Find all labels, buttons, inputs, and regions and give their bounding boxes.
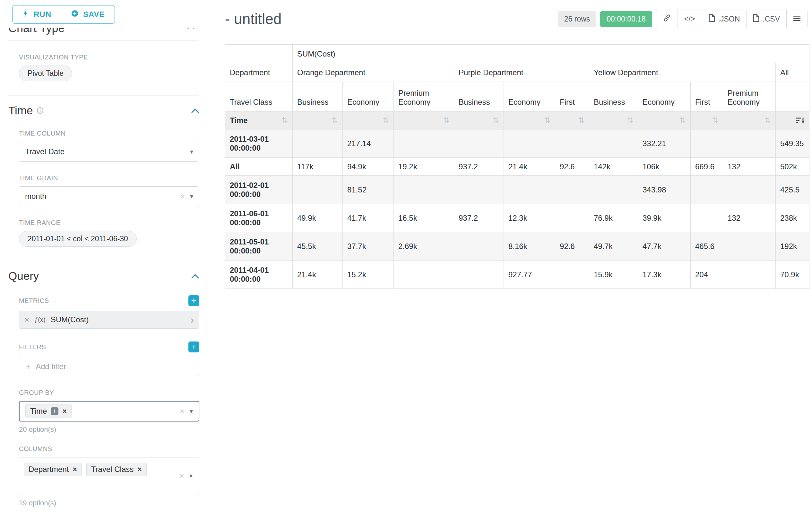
column-sort-header[interactable]: ⇅ [555, 111, 589, 130]
sort-icon[interactable]: ⇅ [680, 117, 686, 124]
column-sort-header[interactable]: ⇅ [504, 111, 555, 130]
column-sort-header[interactable]: ⇅ [394, 111, 454, 130]
add-filter-label: Add filter [36, 362, 66, 371]
sort-icon[interactable]: ⇅ [443, 117, 449, 124]
remove-chip-icon[interactable]: × [137, 466, 142, 473]
time-grain-label: TIME GRAIN [19, 174, 199, 182]
pivot-cell [293, 176, 343, 204]
chevron-down-icon[interactable]: ▾ [190, 408, 193, 414]
columns-select[interactable]: Department × Travel Class × × ▾ [19, 457, 199, 495]
pivot-cell: 2.69k [394, 232, 454, 261]
table-row: DepartmentOrange DepartmentPurple Depart… [225, 63, 809, 82]
pivot-cell: 45.5k [293, 232, 343, 261]
group-by-select[interactable]: Time i × × ▾ [19, 401, 199, 422]
pivot-cell: 21.4k [504, 158, 555, 176]
info-icon: i [51, 407, 58, 415]
remove-chip-icon[interactable]: × [62, 408, 66, 415]
remove-chip-icon[interactable]: × [72, 466, 77, 473]
visualization-type-value[interactable]: Pivot Table [19, 65, 72, 81]
travel-class-cell: First [555, 82, 589, 111]
clear-icon[interactable]: × [180, 192, 185, 200]
sort-icon[interactable]: ⇅ [383, 117, 389, 124]
column-sort-header[interactable] [776, 111, 809, 130]
chart-title[interactable]: - untitled [225, 10, 282, 28]
save-button[interactable]: SAVE [61, 5, 115, 23]
pivot-cell: 47.7k [638, 232, 691, 261]
divider [8, 96, 199, 96]
chevron-up-icon[interactable] [191, 273, 199, 279]
export-csv-button[interactable]: .CSV [746, 10, 787, 28]
column-sort-header[interactable]: ⇅ [691, 111, 723, 130]
travel-class-cell: Business [589, 82, 638, 111]
pivot-cell [504, 176, 555, 204]
metric-chip[interactable]: × ƒ(x) SUM(Cost) › [19, 310, 199, 329]
column-sort-header[interactable]: ⇅ [343, 111, 394, 130]
clear-icon[interactable]: × [180, 407, 184, 415]
time-sort-header[interactable]: Time⇅ [225, 111, 293, 130]
chart-type-heading: Chart Type [8, 28, 199, 35]
column-sort-header[interactable]: ⇅ [723, 111, 776, 130]
columns-options-hint: 19 option(s) [19, 499, 199, 507]
sort-icon[interactable]: ⇅ [332, 117, 338, 124]
travel-class-cell: Business [454, 82, 504, 111]
query-section-header[interactable]: Query [8, 270, 199, 282]
pivot-cell [555, 261, 589, 289]
chevron-down-icon[interactable]: ▾ [190, 148, 193, 155]
time-column-select[interactable]: Travel Date ▾ [19, 142, 199, 162]
sort-icon[interactable]: ⇅ [282, 117, 288, 124]
group-by-options-hint: 20 option(s) [19, 425, 199, 434]
columns-chip[interactable]: Department × [24, 463, 82, 476]
more-menu-button[interactable] [786, 10, 808, 28]
time-range-value[interactable]: 2011-01-01 ≤ col < 2011-06-30 [19, 231, 137, 247]
pivot-cell [555, 204, 589, 232]
add-filter-dropzone[interactable]: + Add filter [19, 357, 199, 376]
add-filter-button[interactable]: + [188, 342, 199, 352]
pivot-cell: 39.9k [638, 204, 691, 232]
travel-class-cell: Business [293, 82, 343, 111]
group-by-chip[interactable]: Time i × [25, 404, 71, 418]
sort-icon[interactable]: ⇅ [493, 117, 499, 124]
chevron-right-icon[interactable]: › [190, 315, 194, 325]
pivot-cell: 21.4k [293, 261, 343, 289]
pivot-cell: 927.77 [504, 261, 555, 289]
time-column-label: TIME COLUMN [19, 130, 199, 137]
run-button[interactable]: RUN [12, 5, 61, 23]
pivot-cell: 132 [723, 158, 776, 176]
view-query-button[interactable]: </> [677, 10, 702, 28]
sort-icon[interactable]: ⇅ [578, 117, 584, 124]
chevron-down-icon[interactable]: ▾ [190, 193, 193, 199]
control-panel: RUN SAVE Chart Type VISUALIZATION TYPE P… [0, 0, 208, 514]
column-sort-header[interactable]: ⇅ [638, 111, 691, 130]
remove-metric-icon[interactable]: × [24, 316, 29, 324]
export-json-button[interactable]: .JSON [702, 10, 747, 28]
chart-header: - untitled 26 rows 00:00:00.18 </> .JSON [208, 0, 812, 28]
time-section-header[interactable]: Time [8, 104, 199, 117]
chevron-up-icon[interactable] [191, 108, 199, 113]
clear-icon[interactable]: × [179, 471, 184, 480]
column-sort-header[interactable]: ⇅ [293, 111, 343, 130]
pivot-cell: 92.6 [555, 232, 589, 261]
time-grain-select[interactable]: month × ▾ [19, 186, 199, 206]
query-timer-badge: 00:00:00.18 [600, 11, 652, 27]
function-icon: ƒ(x) [34, 316, 45, 324]
chevron-down-icon[interactable]: ▾ [190, 472, 193, 479]
row-header: 2011-06-01 00:00:00 [225, 204, 293, 232]
column-sort-header[interactable]: ⇅ [454, 111, 504, 130]
chevron-up-icon[interactable] [187, 28, 195, 31]
columns-chip[interactable]: Travel Class × [86, 463, 147, 476]
pivot-cell: 94.9k [343, 158, 394, 176]
sort-icon[interactable]: ⇅ [627, 117, 633, 124]
sort-icon[interactable]: ⇅ [712, 117, 718, 124]
sort-desc-icon[interactable] [796, 117, 805, 124]
hamburger-menu-icon [793, 15, 801, 23]
sort-icon[interactable]: ⇅ [544, 117, 550, 124]
sort-icon[interactable]: ⇅ [765, 117, 771, 124]
add-metric-button[interactable]: + [188, 295, 199, 306]
pivot-cell [454, 232, 504, 261]
pivot-cell [589, 130, 638, 158]
pivot-cell [293, 130, 343, 158]
share-link-button[interactable] [656, 10, 678, 28]
column-sort-header[interactable]: ⇅ [589, 111, 638, 130]
chart-panel: - untitled 26 rows 00:00:00.18 </> .JSON [208, 0, 812, 514]
pivot-cell: 669.6 [691, 158, 723, 176]
